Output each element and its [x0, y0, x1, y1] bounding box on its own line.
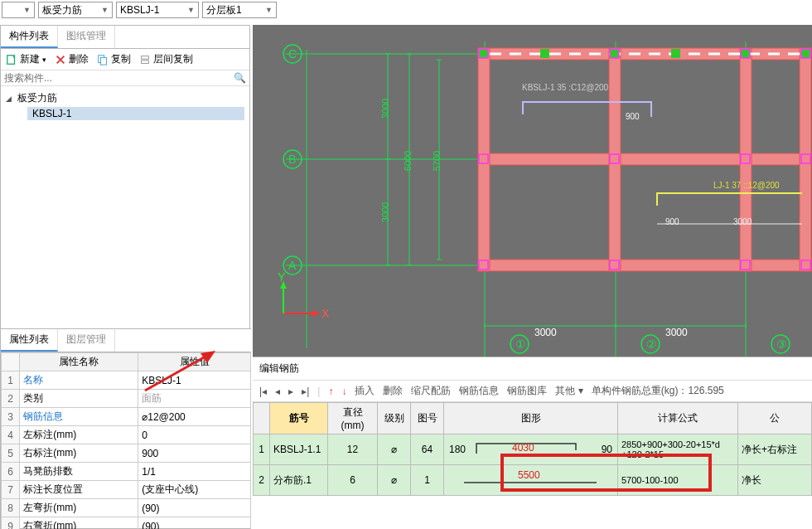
combo-1[interactable]: ▼: [2, 2, 35, 18]
svg-rect-19: [478, 153, 811, 165]
floorcopy-button[interactable]: 层间复制: [139, 52, 193, 66]
delete-icon: [55, 54, 66, 66]
left-tabs: 构件列表 图纸管理: [1, 26, 249, 49]
tab-drawings[interactable]: 图纸管理: [58, 26, 115, 48]
chevron-down-icon: ▼: [265, 6, 273, 14]
prop-row[interactable]: 7标注长度位置(支座中心线): [2, 481, 251, 499]
scale-button[interactable]: 缩尺配筋: [411, 384, 451, 398]
rebar-editor-panel: 编辑钢筋 |◂ ◂ ▸ ▸| | ↑ ↓ 插入 删除 缩尺配筋 钢筋信息 钢筋图…: [253, 357, 812, 529]
tab-components[interactable]: 构件列表: [1, 26, 58, 48]
grid-label-b: B: [288, 153, 296, 166]
arrow-up-icon[interactable]: ↑: [328, 386, 333, 397]
prop-row[interactable]: 9右弯折(mm)(90): [2, 517, 251, 530]
col-jinhao[interactable]: 筋号: [270, 403, 328, 434]
svg-marker-45: [312, 310, 319, 317]
svg-rect-26: [479, 49, 488, 58]
combo-4[interactable]: 分层板1▼: [202, 2, 277, 18]
grid-label-a: A: [288, 259, 296, 272]
delete-button[interactable]: 删除: [383, 384, 403, 398]
copy-icon: [97, 54, 109, 66]
copy-button[interactable]: 复制: [97, 52, 131, 66]
info-button[interactable]: 钢筋信息: [459, 384, 499, 398]
grid-label-2: ②: [646, 337, 657, 351]
prop-row[interactable]: 4左标注(mm)0: [2, 426, 251, 444]
svg-rect-27: [540, 49, 549, 58]
col-propname: 属性名称: [20, 353, 138, 371]
col-propval: 属性值: [138, 353, 251, 371]
grid-label-c: C: [288, 47, 297, 61]
svg-rect-28: [610, 49, 619, 58]
insert-button[interactable]: 插入: [355, 384, 375, 398]
prop-row[interactable]: 2类别面筋: [2, 390, 251, 408]
chevron-down-icon: ▼: [187, 6, 195, 14]
tree-item-kbslj[interactable]: KBSLJ-1: [27, 107, 244, 120]
svg-rect-20: [478, 260, 811, 271]
cad-canvas[interactable]: A B C ① ② ③ 3000 3000 6000 5700 3000 300…: [253, 25, 812, 357]
grid-label-1: ①: [515, 337, 526, 351]
lib-button[interactable]: 钢筋图库: [507, 384, 547, 398]
delete-button[interactable]: 删除: [55, 52, 89, 66]
weight-label: 单构件钢筋总重(kg)：126.595: [592, 384, 724, 398]
search-icon[interactable]: 🔍: [234, 72, 246, 84]
svg-rect-29: [671, 49, 680, 58]
combo-3[interactable]: KBSLJ-1▼: [116, 2, 199, 18]
prop-row[interactable]: 3钢筋信息⌀12@200: [2, 408, 251, 426]
svg-rect-3: [142, 56, 149, 59]
panel-title: 编辑钢筋: [253, 357, 812, 380]
rebar-row[interactable]: 2分布筋.16⌀155005700-100-100净长: [254, 465, 812, 496]
rebar-row[interactable]: 1KBSLJ-1.112⌀641804030902850+900+300-20+…: [254, 434, 812, 465]
prop-row[interactable]: 5右标注(mm)900: [2, 444, 251, 463]
prop-row[interactable]: 6马凳筋排数1/1: [2, 463, 251, 481]
arrow-down-icon[interactable]: ↓: [341, 386, 346, 397]
rebar-table: 筋号 直径(mm) 级别 图号 图形 计算公式 公 1KBSLJ-1.112⌀6…: [253, 402, 812, 496]
svg-rect-4: [142, 60, 149, 63]
floorcopy-icon: [139, 54, 151, 66]
other-button[interactable]: 其他 ▾: [555, 384, 582, 398]
nav-first-icon[interactable]: |◂: [259, 386, 267, 397]
axis-x-label: X: [321, 307, 329, 320]
grid-label-3: ③: [776, 337, 787, 351]
nav-next-icon[interactable]: ▸: [288, 386, 293, 397]
nav-last-icon[interactable]: ▸|: [302, 386, 309, 397]
collapse-icon: ◢: [6, 95, 14, 103]
chevron-down-icon: ▼: [23, 6, 31, 14]
combo-2[interactable]: 板受力筋▼: [38, 2, 113, 18]
chevron-down-icon: ▼: [101, 6, 109, 14]
prop-row[interactable]: 8左弯折(mm)(90): [2, 499, 251, 517]
svg-rect-18: [478, 48, 811, 60]
properties-table: 属性名称 属性值 1名称KBSLJ-12类别面筋3钢筋信息⌀12@2004左标注…: [1, 352, 251, 529]
axis-y-label: Y: [278, 270, 285, 284]
tab-properties[interactable]: 属性列表: [1, 329, 58, 352]
new-button[interactable]: 新建▾: [6, 52, 46, 66]
prop-row[interactable]: 1名称KBSLJ-1: [2, 371, 251, 390]
new-icon: [6, 54, 17, 66]
tree-root[interactable]: ◢ 板受力筋: [6, 90, 244, 107]
svg-rect-30: [741, 49, 750, 58]
tab-layers[interactable]: 图层管理: [58, 329, 115, 352]
search-input[interactable]: [4, 72, 234, 84]
svg-rect-2: [100, 57, 106, 65]
nav-prev-icon[interactable]: ◂: [275, 386, 280, 397]
svg-rect-31: [801, 49, 810, 58]
